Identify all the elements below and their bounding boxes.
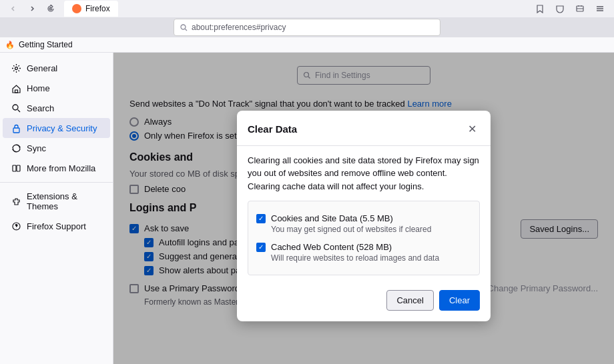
dialog-items-list: Cookies and Site Data (5.5 MB) You may g… — [248, 201, 480, 275]
dialog-description: Clearing all cookies and site data store… — [248, 154, 480, 193]
list-item: Cookies and Site Data (5.5 MB) You may g… — [256, 209, 471, 238]
dialog-header: Clear Data ✕ — [237, 111, 491, 146]
sidebar-item-general[interactable]: General — [3, 58, 110, 78]
menu-button[interactable] — [591, 0, 609, 17]
mozilla-icon — [11, 163, 21, 173]
dialog-overlay: Clear Data ✕ Clearing all cookies and si… — [113, 53, 614, 364]
dialog-footer: Cancel Clear — [237, 283, 491, 321]
firefox-logo-icon — [72, 4, 81, 13]
browser-tab[interactable]: Firefox — [64, 1, 118, 17]
clear-data-dialog: Clear Data ✕ Clearing all cookies and si… — [237, 111, 491, 322]
lock-icon — [11, 123, 21, 133]
dialog-title: Clear Data — [248, 123, 297, 135]
sidebar-item-support[interactable]: Firefox Support — [3, 216, 110, 236]
sidebar-item-privacy[interactable]: Privacy & Security — [3, 118, 110, 138]
getting-started-label: Getting Started — [19, 40, 73, 49]
dialog-body: Clearing all cookies and site data store… — [237, 146, 491, 284]
cookies-checkbox[interactable] — [256, 214, 266, 223]
cookies-item-desc: You may get signed out of websites if cl… — [271, 225, 471, 234]
cancel-button[interactable]: Cancel — [386, 290, 433, 311]
tab-label: Firefox — [85, 4, 110, 13]
svg-rect-6 — [17, 165, 20, 171]
history-button[interactable] — [571, 0, 589, 17]
sync-icon — [11, 143, 21, 153]
extensions-icon — [11, 196, 21, 207]
sidebar-item-extensions-label: Extensions & Themes — [27, 191, 102, 211]
pocket-button[interactable] — [551, 0, 569, 17]
gear-icon — [11, 63, 21, 73]
sidebar-item-search-label: Search — [27, 103, 54, 113]
svg-rect-2 — [15, 90, 17, 93]
cookies-item-label: Cookies and Site Data (5.5 MB) — [271, 213, 393, 223]
url-bar[interactable]: about:preferences#privacy — [174, 19, 440, 36]
sidebar-item-sync-label: Sync — [27, 143, 46, 153]
cache-item-label: Cached Web Content (528 MB) — [271, 242, 392, 252]
sidebar-item-sync[interactable]: Sync — [3, 138, 110, 158]
support-icon — [11, 221, 21, 231]
back-button[interactable] — [5, 1, 21, 17]
sidebar-item-extensions[interactable]: Extensions & Themes — [3, 187, 110, 216]
sidebar-item-more-label: More from Mozilla — [27, 163, 95, 173]
bookmark-button[interactable] — [531, 0, 549, 17]
svg-rect-4 — [13, 128, 19, 133]
svg-rect-5 — [13, 165, 16, 171]
cookies-item-header: Cookies and Site Data (5.5 MB) — [256, 213, 471, 223]
cache-item-header: Cached Web Content (528 MB) — [256, 242, 471, 252]
sidebar-item-support-label: Firefox Support — [27, 221, 86, 231]
sidebar-divider — [0, 182, 113, 183]
home-icon — [11, 83, 21, 93]
svg-point-1 — [15, 67, 17, 69]
clear-button[interactable]: Clear — [439, 290, 480, 311]
sidebar-item-general-label: General — [27, 63, 57, 73]
content-area: Find in Settings Send websites a "Do Not… — [113, 53, 614, 364]
forward-button[interactable] — [24, 1, 40, 17]
bookmarks-bar: 🔥 Getting Started — [0, 37, 614, 53]
reload-button[interactable] — [43, 1, 59, 17]
sidebar: General Home Search Privacy & Security S… — [0, 53, 113, 364]
sidebar-item-more[interactable]: More from Mozilla — [3, 158, 110, 178]
search-icon — [11, 103, 21, 113]
list-item: Cached Web Content (528 MB) Will require… — [256, 238, 471, 267]
sidebar-item-home-label: Home — [27, 83, 50, 93]
dialog-close-button[interactable]: ✕ — [464, 121, 480, 137]
cache-item-desc: Will require websites to reload images a… — [271, 253, 471, 263]
svg-point-3 — [13, 105, 18, 110]
url-text: about:preferences#privacy — [192, 23, 286, 32]
cache-checkbox[interactable] — [256, 243, 266, 252]
sidebar-item-home[interactable]: Home — [3, 78, 110, 98]
sidebar-item-privacy-label: Privacy & Security — [27, 123, 97, 133]
sidebar-item-search[interactable]: Search — [3, 98, 110, 118]
